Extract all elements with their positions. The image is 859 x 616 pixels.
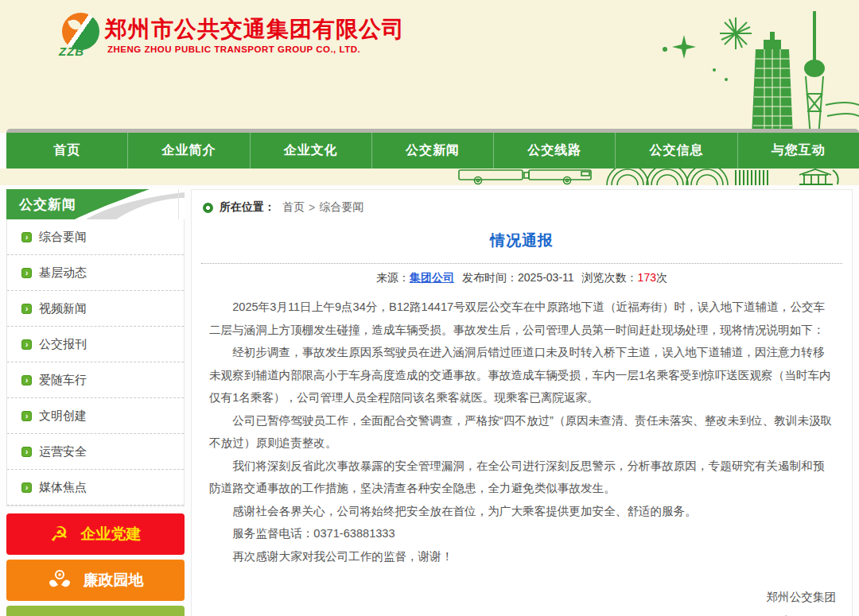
article-panel: 所在位置： 首页 > 综合要闻 情况通报 来源：集团公司发布时间：2025-03… — [191, 189, 853, 616]
logo-abbr: ZZB — [59, 45, 84, 58]
sidebar-item-label: 媒体焦点 — [39, 480, 87, 495]
nav-item-home[interactable]: 首页 — [6, 133, 128, 169]
sidebar-item-label: 综合要闻 — [39, 230, 87, 245]
publish-time-label: 发布时间： — [462, 271, 518, 284]
publish-time: 2025-03-11 — [518, 271, 574, 284]
tv-tower-icon — [804, 11, 859, 137]
sidebar-item-zonghe-yaowen[interactable]: › 综合要闻 — [7, 219, 184, 255]
sidebar: 公交新闻 › 综合要闻 › 基层动态 › 视频新闻 › 公交报刊 › 爱随车行 — [6, 189, 185, 616]
breadcrumb: 所在位置： 首页 > 综合要闻 — [192, 190, 852, 219]
arrow-bullet-icon: › — [21, 447, 32, 457]
skyscraper-icon — [752, 32, 793, 137]
breadcrumb-separator: > — [309, 201, 315, 214]
paragraph: 我们将深刻反省此次事故暴露的安全管理漏洞，在全公司进行深刻反思警示，分析事故原因… — [209, 455, 834, 500]
paragraph: 服务监督电话：0371-63881333 — [209, 522, 834, 545]
hands-holding-icon — [48, 569, 72, 591]
views-label: 浏览次数： — [582, 271, 638, 284]
integrity-garden-button[interactable]: 廉政园地 — [6, 560, 185, 601]
breadcrumb-label: 所在位置： — [220, 200, 275, 215]
sidebar-item-wenming-chuangjian[interactable]: › 文明创建 — [7, 398, 184, 434]
main-nav: 首页 企业简介 企业文化 公交新闻 公交线路 公交信息 与您互动 — [6, 133, 859, 169]
sidebar-title: 公交新闻 — [19, 196, 76, 214]
article-body: 2025年3月11日上午9点34分，B12路14417号双层公交车在中原路地下道… — [192, 294, 852, 568]
party-building-button[interactable]: ☭ 企业党建 — [6, 513, 185, 555]
partially-hidden-button[interactable] — [6, 606, 185, 616]
nav-item-bus-news[interactable]: 公交新闻 — [372, 133, 494, 169]
sidebar-item-yunying-anquan[interactable]: › 运营安全 — [7, 434, 184, 470]
sidebar-item-label: 公交报刊 — [39, 337, 87, 352]
sidebar-item-gongjiao-baokan[interactable]: › 公交报刊 — [7, 327, 184, 362]
integrity-garden-label: 廉政园地 — [84, 570, 144, 591]
nav-item-company-profile[interactable]: 企业简介 — [128, 133, 250, 169]
bus-art-icon — [456, 169, 857, 185]
nav-item-bus-lines[interactable]: 公交线路 — [494, 133, 616, 169]
sidebar-item-label: 运营安全 — [39, 444, 87, 459]
sidebar-item-label: 基层动态 — [39, 265, 87, 281]
sparkle-icon — [663, 35, 728, 81]
nav-item-corporate-culture[interactable]: 企业文化 — [251, 133, 372, 169]
party-building-label: 企业党建 — [80, 524, 141, 544]
sidebar-item-label: 爱随车行 — [39, 373, 87, 388]
paragraph: 感谢社会各界关心，公司将始终把安全放在首位，为广大乘客提供更加安全、舒适的服务。 — [209, 500, 834, 523]
sidebar-item-label: 文明创建 — [39, 409, 87, 424]
arrow-bullet-icon: › — [21, 304, 32, 314]
arrow-bullet-icon: › — [21, 339, 32, 350]
sidebar-item-label: 视频新闻 — [39, 301, 87, 316]
article-title: 情况通报 — [192, 231, 852, 251]
arrow-bullet-icon: › — [21, 482, 32, 493]
company-name-cn: 郑州市公共交通集团有限公司 — [105, 14, 405, 45]
company-logo[interactable]: ZZB 郑州市公共交通集团有限公司 ZHENG ZHOU PUBLIC TRAN… — [62, 13, 396, 68]
breadcrumb-current-link[interactable]: 综合要闻 — [319, 200, 363, 215]
firework-icon — [720, 17, 752, 49]
company-name-en: ZHENG ZHOU PUBLIC TRANSPORT GROUP CO., L… — [107, 45, 360, 54]
views-suffix: 次 — [656, 271, 667, 284]
sidebar-menu: › 综合要闻 › 基层动态 › 视频新闻 › 公交报刊 › 爱随车行 › 文明创… — [6, 219, 185, 506]
views-count: 173 — [638, 271, 656, 284]
sidebar-item-shipin-xinwen[interactable]: › 视频新闻 — [7, 291, 184, 327]
arrow-bullet-icon: › — [21, 268, 32, 278]
source-label: 来源： — [376, 271, 410, 284]
arrow-bullet-icon: › — [21, 411, 32, 421]
sidebar-header: 公交新闻 — [6, 189, 185, 219]
page: ZZB 郑州市公共交通集团有限公司 ZHENG ZHOU PUBLIC TRAN… — [0, 0, 859, 616]
signature-org: 郑州公交集团 — [192, 585, 836, 609]
signature-date: 2025年3月11日 — [192, 609, 836, 616]
party-emblem-icon: ☭ — [50, 524, 68, 544]
source-link[interactable]: 集团公司 — [410, 271, 454, 284]
site-header: ZZB 郑州市公共交通集团有限公司 ZHENG ZHOU PUBLIC TRAN… — [0, 0, 859, 133]
leaf-icon — [68, 17, 82, 32]
sidebar-item-jiceng-dongtai[interactable]: › 基层动态 — [7, 255, 184, 291]
paragraph: 再次感谢大家对我公司工作的监督，谢谢！ — [209, 545, 834, 568]
pavilion-icon — [799, 169, 838, 184]
paragraph: 2025年3月11日上午9点34分，B12路14417号双层公交车在中原路地下道… — [209, 296, 834, 341]
paragraph: 公司已暂停驾驶员工作，全面配合交警调查，严格按“四不放过”（原因未查清、责任未落… — [209, 409, 834, 455]
main-area: 公交新闻 › 综合要闻 › 基层动态 › 视频新闻 › 公交报刊 › 爱随车行 — [0, 185, 859, 616]
arrow-bullet-icon: › — [21, 232, 32, 242]
decor-strip — [0, 169, 859, 185]
paragraph: 经初步调查，事故发生原因系驾驶员在进入涵洞后错过匝道口未及时转入桥下主道，误入地… — [209, 341, 834, 409]
breadcrumb-marker-icon — [203, 203, 213, 213]
breadcrumb-home-link[interactable]: 首页 — [282, 200, 305, 215]
nav-item-interact[interactable]: 与您互动 — [738, 133, 859, 169]
article-signature: 郑州公交集团 2025年3月11日 — [192, 585, 852, 616]
arrow-bullet-icon: › — [21, 375, 32, 385]
sidebar-item-meiti-jiaodian[interactable]: › 媒体焦点 — [7, 470, 184, 506]
nav-item-bus-info[interactable]: 公交信息 — [616, 133, 737, 169]
sidebar-item-aisui-chexing[interactable]: › 爱随车行 — [7, 362, 184, 398]
article-meta: 来源：集团公司发布时间：2025-03-11浏览次数：173次 — [192, 264, 852, 294]
